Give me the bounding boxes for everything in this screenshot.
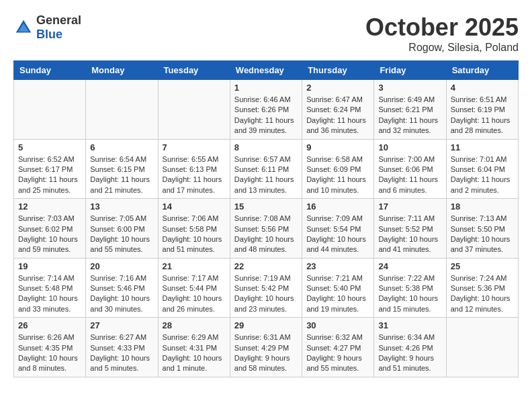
day-info: Sunrise: 7:06 AM Sunset: 5:58 PM Dayligh…	[163, 214, 226, 255]
calendar-cell: 10Sunrise: 7:00 AM Sunset: 6:06 PM Dayli…	[374, 139, 446, 199]
day-info: Sunrise: 7:03 AM Sunset: 6:02 PM Dayligh…	[18, 214, 81, 255]
calendar-cell: 29Sunrise: 6:31 AM Sunset: 4:29 PM Dayli…	[230, 318, 302, 377]
calendar-cell: 1Sunrise: 6:46 AM Sunset: 6:26 PM Daylig…	[230, 80, 302, 140]
calendar-cell: 25Sunrise: 7:24 AM Sunset: 5:36 PM Dayli…	[446, 258, 518, 318]
calendar-cell: 31Sunrise: 6:34 AM Sunset: 4:26 PM Dayli…	[374, 318, 446, 377]
calendar-cell: 23Sunrise: 7:21 AM Sunset: 5:40 PM Dayli…	[302, 258, 374, 318]
column-header-sunday: Sunday	[14, 61, 86, 80]
calendar-cell: 12Sunrise: 7:03 AM Sunset: 6:02 PM Dayli…	[14, 199, 86, 259]
calendar-week-3: 12Sunrise: 7:03 AM Sunset: 6:02 PM Dayli…	[14, 199, 519, 259]
day-info: Sunrise: 6:34 AM Sunset: 4:26 PM Dayligh…	[378, 332, 441, 374]
day-number: 20	[90, 261, 153, 271]
location: Rogow, Silesia, Poland	[365, 42, 519, 54]
day-info: Sunrise: 6:46 AM Sunset: 6:26 PM Dayligh…	[234, 95, 298, 136]
day-number: 16	[306, 201, 369, 212]
day-info: Sunrise: 7:24 AM Sunset: 5:36 PM Dayligh…	[451, 273, 514, 315]
day-number: 26	[18, 320, 81, 330]
calendar-cell	[446, 318, 518, 377]
day-number: 23	[306, 261, 369, 271]
day-info: Sunrise: 7:09 AM Sunset: 5:54 PM Dayligh…	[306, 214, 369, 255]
day-info: Sunrise: 7:14 AM Sunset: 5:48 PM Dayligh…	[18, 273, 81, 315]
calendar-cell: 11Sunrise: 7:01 AM Sunset: 6:04 PM Dayli…	[446, 139, 518, 199]
day-info: Sunrise: 6:27 AM Sunset: 4:33 PM Dayligh…	[90, 332, 153, 374]
calendar-cell: 15Sunrise: 7:08 AM Sunset: 5:56 PM Dayli…	[230, 199, 302, 259]
calendar-cell: 5Sunrise: 6:52 AM Sunset: 6:17 PM Daylig…	[14, 139, 86, 199]
day-number: 9	[306, 142, 369, 152]
day-number: 30	[306, 320, 369, 330]
day-info: Sunrise: 6:51 AM Sunset: 6:19 PM Dayligh…	[451, 95, 514, 136]
day-info: Sunrise: 6:54 AM Sunset: 6:15 PM Dayligh…	[90, 154, 153, 196]
day-info: Sunrise: 7:19 AM Sunset: 5:42 PM Dayligh…	[234, 273, 298, 315]
calendar-week-2: 5Sunrise: 6:52 AM Sunset: 6:17 PM Daylig…	[14, 139, 519, 199]
day-number: 1	[234, 83, 298, 93]
day-number: 21	[163, 261, 226, 271]
logo-icon	[13, 17, 34, 38]
day-number: 13	[90, 201, 153, 212]
calendar-cell: 19Sunrise: 7:14 AM Sunset: 5:48 PM Dayli…	[14, 258, 86, 318]
day-number: 25	[451, 261, 514, 271]
day-number: 4	[451, 83, 514, 93]
calendar-cell: 24Sunrise: 7:22 AM Sunset: 5:38 PM Dayli…	[374, 258, 446, 318]
day-info: Sunrise: 7:08 AM Sunset: 5:56 PM Dayligh…	[234, 214, 298, 255]
day-number: 3	[378, 83, 441, 93]
day-info: Sunrise: 7:00 AM Sunset: 6:06 PM Dayligh…	[378, 154, 441, 196]
day-number: 6	[90, 142, 153, 152]
calendar-cell: 7Sunrise: 6:55 AM Sunset: 6:13 PM Daylig…	[158, 139, 230, 199]
day-info: Sunrise: 6:31 AM Sunset: 4:29 PM Dayligh…	[234, 332, 298, 374]
logo: General Blue	[13, 13, 81, 42]
day-number: 29	[234, 320, 298, 330]
day-number: 28	[163, 320, 226, 330]
day-info: Sunrise: 7:21 AM Sunset: 5:40 PM Dayligh…	[306, 273, 369, 315]
calendar-cell: 21Sunrise: 7:17 AM Sunset: 5:44 PM Dayli…	[158, 258, 230, 318]
day-info: Sunrise: 6:58 AM Sunset: 6:09 PM Dayligh…	[306, 154, 369, 196]
calendar-table: SundayMondayTuesdayWednesdayThursdayFrid…	[13, 60, 519, 377]
calendar-week-1: 1Sunrise: 6:46 AM Sunset: 6:26 PM Daylig…	[14, 80, 519, 140]
logo-text: General Blue	[36, 13, 81, 42]
day-info: Sunrise: 6:26 AM Sunset: 4:35 PM Dayligh…	[18, 332, 81, 374]
day-number: 31	[378, 320, 441, 330]
calendar-cell: 18Sunrise: 7:13 AM Sunset: 5:50 PM Dayli…	[446, 199, 518, 259]
calendar-week-5: 26Sunrise: 6:26 AM Sunset: 4:35 PM Dayli…	[14, 318, 519, 377]
day-number: 2	[306, 83, 369, 93]
calendar-cell: 9Sunrise: 6:58 AM Sunset: 6:09 PM Daylig…	[302, 139, 374, 199]
calendar-cell: 28Sunrise: 6:29 AM Sunset: 4:31 PM Dayli…	[158, 318, 230, 377]
column-header-saturday: Saturday	[446, 61, 518, 80]
calendar-cell: 3Sunrise: 6:49 AM Sunset: 6:21 PM Daylig…	[374, 80, 446, 140]
day-number: 7	[163, 142, 226, 152]
calendar-cell: 20Sunrise: 7:16 AM Sunset: 5:46 PM Dayli…	[86, 258, 158, 318]
day-number: 27	[90, 320, 153, 330]
day-number: 10	[378, 142, 441, 152]
page-header: General Blue October 2025 Rogow, Silesia…	[13, 13, 519, 54]
calendar-cell	[14, 80, 86, 140]
calendar-cell: 27Sunrise: 6:27 AM Sunset: 4:33 PM Dayli…	[86, 318, 158, 377]
calendar-cell: 13Sunrise: 7:05 AM Sunset: 6:00 PM Dayli…	[86, 199, 158, 259]
calendar-cell: 2Sunrise: 6:47 AM Sunset: 6:24 PM Daylig…	[302, 80, 374, 140]
day-number: 8	[234, 142, 298, 152]
day-info: Sunrise: 6:29 AM Sunset: 4:31 PM Dayligh…	[163, 332, 226, 374]
column-header-wednesday: Wednesday	[230, 61, 302, 80]
calendar-cell: 6Sunrise: 6:54 AM Sunset: 6:15 PM Daylig…	[86, 139, 158, 199]
day-number: 18	[451, 201, 514, 212]
title-section: October 2025 Rogow, Silesia, Poland	[365, 13, 519, 54]
calendar-cell: 17Sunrise: 7:11 AM Sunset: 5:52 PM Dayli…	[374, 199, 446, 259]
day-info: Sunrise: 7:11 AM Sunset: 5:52 PM Dayligh…	[378, 214, 441, 255]
day-info: Sunrise: 7:01 AM Sunset: 6:04 PM Dayligh…	[451, 154, 514, 196]
calendar-cell: 8Sunrise: 6:57 AM Sunset: 6:11 PM Daylig…	[230, 139, 302, 199]
calendar-cell: 4Sunrise: 6:51 AM Sunset: 6:19 PM Daylig…	[446, 80, 518, 140]
day-info: Sunrise: 6:47 AM Sunset: 6:24 PM Dayligh…	[306, 95, 369, 136]
calendar-cell: 16Sunrise: 7:09 AM Sunset: 5:54 PM Dayli…	[302, 199, 374, 259]
day-number: 5	[18, 142, 81, 152]
day-info: Sunrise: 7:16 AM Sunset: 5:46 PM Dayligh…	[90, 273, 153, 315]
day-number: 19	[18, 261, 81, 271]
calendar-cell: 30Sunrise: 6:32 AM Sunset: 4:27 PM Dayli…	[302, 318, 374, 377]
day-number: 12	[18, 201, 81, 212]
column-header-thursday: Thursday	[302, 61, 374, 80]
logo-general: General	[36, 13, 81, 27]
calendar-cell	[86, 80, 158, 140]
column-header-tuesday: Tuesday	[158, 61, 230, 80]
calendar-cell: 22Sunrise: 7:19 AM Sunset: 5:42 PM Dayli…	[230, 258, 302, 318]
day-info: Sunrise: 7:13 AM Sunset: 5:50 PM Dayligh…	[451, 214, 514, 255]
day-number: 17	[378, 201, 441, 212]
day-info: Sunrise: 7:22 AM Sunset: 5:38 PM Dayligh…	[378, 273, 441, 315]
day-number: 15	[234, 201, 298, 212]
